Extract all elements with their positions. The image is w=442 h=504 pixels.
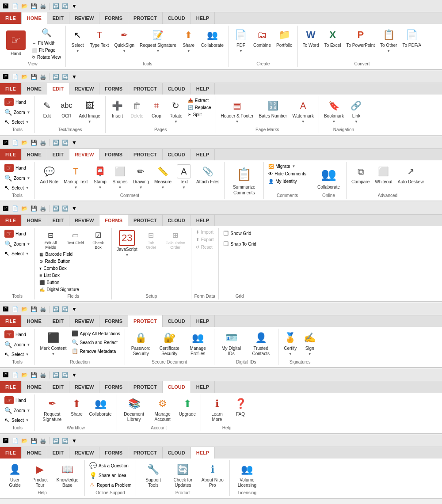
print-icon[interactable]: 🖨️ (39, 2, 47, 10)
trusted-contacts-button[interactable]: 👤 Trusted Contacts (247, 330, 275, 358)
zoom-button[interactable]: 🔍 (30, 27, 63, 39)
header-footer-button[interactable]: ▤ Header & Footer ▼ (219, 97, 256, 125)
rev-review-tab[interactable]: REVIEW (69, 149, 99, 160)
edit-customize-icon[interactable]: ▼ (70, 73, 78, 81)
calc-order-button[interactable]: ⊞ Calculation Order (163, 229, 188, 250)
edit-open-icon[interactable]: 📂 (20, 73, 28, 81)
edit-hand-button[interactable]: ☞ Hand (3, 97, 28, 107)
request-sig-button[interactable]: 📝 Request Signature ▼ (137, 27, 179, 54)
shapes-button[interactable]: ⬜ Shapes ▼ (110, 163, 130, 191)
certify-button[interactable]: 🏅 Certify ▼ (281, 330, 300, 357)
prot-zoom-button[interactable]: 🔍 Zoom ▼ (3, 340, 32, 349)
manage-profiles-button[interactable]: 👥 Manage Profiles (185, 330, 211, 358)
cloud-select-button[interactable]: ↖ Select ▼ (3, 416, 31, 424)
manage-account-button[interactable]: ⚙ Manage Account (149, 395, 176, 424)
replace-button[interactable]: 🔄 Replace (186, 104, 213, 111)
redo-icon[interactable]: ↪️ (61, 2, 69, 10)
snap-to-grid-check[interactable]: ☐ Snap To Grid (221, 239, 258, 248)
edit-review-tab[interactable]: REVIEW (69, 83, 99, 95)
cloud-tab[interactable]: CLOUD (163, 12, 191, 24)
rev-select-button[interactable]: ↖ Select ▼ (3, 183, 31, 192)
to-word-button[interactable]: W To Word (301, 27, 321, 49)
password-security-button[interactable]: 🔒 Password Security (128, 330, 154, 358)
whiteout-button[interactable]: ⬜ Whiteout (373, 163, 394, 186)
save-icon[interactable]: 💾 (30, 2, 38, 10)
remove-metadata-button[interactable]: 📋 Remove Metadata (70, 347, 122, 355)
rev-text-button[interactable]: A Text ▼ (175, 163, 193, 191)
rev-help-tab[interactable]: HELP (191, 149, 215, 160)
rev-edit-tab[interactable]: EDIT (47, 149, 69, 160)
cloud-zoom-button[interactable]: 🔍 Zoom ▼ (3, 406, 32, 415)
javascript-button[interactable]: 23 JavaScript ▼ (114, 229, 140, 258)
share-button[interactable]: ⬆ Share ▼ (179, 27, 198, 54)
barcode-field-button[interactable]: ▦ Barcode Field (38, 251, 74, 258)
document-library-button[interactable]: 📚 Document Library (120, 395, 149, 424)
my-identity-button[interactable]: 👤 My Identity (267, 178, 298, 185)
digital-sig-button[interactable]: ✍ Digital Signature (38, 286, 80, 293)
check-updates-button[interactable]: 🔄 Check for Updates (168, 461, 197, 489)
text-field-button[interactable]: ▭ Text Field (65, 229, 86, 250)
share-idea-button[interactable]: 💡 Share an Idea (88, 471, 128, 480)
crop-button[interactable]: ⌗ Crop (147, 97, 166, 120)
rev-home-tab[interactable]: HOME (22, 149, 47, 160)
protect-tab[interactable]: PROTECT (128, 12, 163, 24)
bates-number-button[interactable]: 🔢 Bates Number (257, 97, 290, 120)
to-other-button[interactable]: 📋 To Other ▼ (378, 27, 399, 54)
edit-all-fields-button[interactable]: ⊟ Edit All Fields (38, 229, 63, 250)
review-tab[interactable]: REVIEW (69, 12, 99, 24)
edit-edit-tab[interactable]: EDIT (47, 83, 69, 95)
sign-button[interactable]: ✍ Sign ▼ (301, 330, 319, 357)
my-digital-ids-button[interactable]: 🪪 My Digital IDs (217, 330, 246, 358)
rev-cloud-tab[interactable]: CLOUD (163, 149, 191, 160)
to-pdfa-button[interactable]: 📄 To PDF/A (400, 27, 423, 49)
apply-all-redactions-button[interactable]: ⬛ Apply All Redactions (70, 330, 122, 337)
reset-button[interactable]: ↺ Reset (194, 244, 214, 250)
bookmark-button[interactable]: 🔖 Bookmark ▼ (322, 97, 346, 125)
ocr-button[interactable]: abc OCR (57, 97, 76, 120)
migrate-button[interactable]: 🔀 Migrate ▼ (267, 163, 297, 170)
radio-button-btn[interactable]: ⊙ Radio Button (38, 258, 74, 265)
upgrade-button[interactable]: ⬆ Upgrade (177, 395, 198, 418)
fit-page-button[interactable]: ⬜ Fit Page (30, 47, 63, 53)
rotate-view-button[interactable]: ↻ Rotate View (30, 54, 63, 61)
prot-select-button[interactable]: ↖ Select ▼ (3, 350, 31, 359)
help-tab[interactable]: HELP (191, 12, 215, 24)
learn-more-button[interactable]: ℹ Learn More (204, 395, 230, 424)
edit-edit-button[interactable]: ✎ Edit (38, 97, 56, 120)
forms-select-button[interactable]: ↖ Select ▼ (3, 249, 31, 258)
pdf-button[interactable]: 📄 PDF ▼ (232, 27, 250, 54)
tab-order-button[interactable]: ⊟ Tab Order (141, 229, 162, 250)
split-button[interactable]: ✂ Split (186, 111, 213, 118)
cloud-hand-button[interactable]: ☞ Hand (3, 395, 28, 405)
measure-button[interactable]: 📏 Measure ▼ (152, 163, 174, 191)
prot-hand-button[interactable]: ☞ Hand (3, 330, 28, 339)
edit-home-tab[interactable]: HOME (22, 83, 47, 95)
cloud-collaborate-button[interactable]: 👥 Collaborate (87, 395, 114, 418)
report-problem-button[interactable]: ⚠ Report a Problem (88, 481, 133, 489)
volume-licensing-button[interactable]: 👥 Volume Licensing (232, 461, 261, 489)
summarize-comments-button[interactable]: 📋 Summarize Comments (227, 164, 261, 197)
show-grid-checkbox[interactable]: ☐ (223, 230, 229, 237)
cloud-share-button[interactable]: ⬆ Share (67, 395, 86, 418)
select-button[interactable]: ↖ Select ▼ (69, 27, 87, 54)
cloud-req-sig-button[interactable]: ✒ Request Signature (38, 395, 66, 424)
edit-cloud-tab[interactable]: CLOUD (163, 83, 191, 95)
portfolio-button[interactable]: 📁 Portfolio (274, 27, 295, 49)
check-box-button[interactable]: ☑ Check Box (88, 229, 109, 250)
collaborate-button[interactable]: 👥 Collaborate (199, 27, 226, 49)
certificate-security-button[interactable]: 🔐 Certificate Security (155, 330, 184, 358)
attach-files-button[interactable]: 📎 Attach Files (194, 163, 221, 186)
forms-hand-button[interactable]: ☞ Hand (3, 229, 28, 239)
edit-zoom-button[interactable]: 🔍 Zoom ▼ (3, 108, 32, 117)
edit-protect-tab[interactable]: PROTECT (128, 83, 163, 95)
file-tab[interactable]: FILE (0, 12, 22, 24)
edit-tab[interactable]: EDIT (47, 12, 69, 24)
compare-button[interactable]: ⧉ Compare (349, 163, 372, 186)
rotate-button[interactable]: ↻ Rotate ▼ (167, 97, 185, 125)
fit-width-button[interactable]: ↔ Fit Width (30, 40, 63, 46)
auto-deskew-button[interactable]: ↗ Auto Deskew (396, 163, 426, 186)
rev-hand-button[interactable]: ☞ Hand (3, 163, 28, 173)
edit-forms-tab[interactable]: FORMS (99, 83, 128, 95)
stamp-button[interactable]: 📮 Stamp ▼ (91, 163, 109, 191)
hand-button[interactable]: ☞ Hand (3, 29, 29, 58)
